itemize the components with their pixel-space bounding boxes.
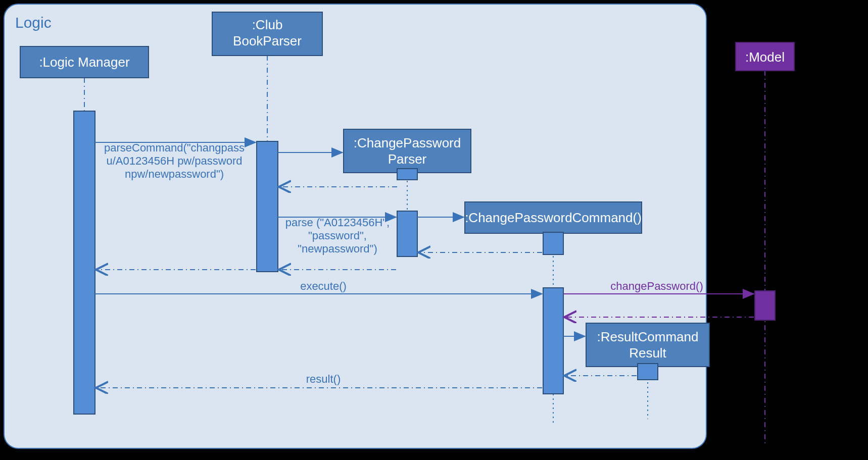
participant-change-password-command-label: :ChangePasswordCommand() <box>465 210 642 225</box>
msg-parse-label-2: "password", <box>308 229 367 242</box>
activation-model <box>755 291 775 320</box>
msg-parse-command-label-1: parseCommand("changpass <box>104 141 245 154</box>
participant-change-password-parser-label-1: :ChangePassword <box>354 135 461 150</box>
msg-execute-label: execute() <box>300 280 347 292</box>
participant-club-book-parser-label-2: BookParser <box>233 33 302 48</box>
participant-model-label: :Model <box>745 49 785 65</box>
participant-result-command-label-2: Result <box>629 345 666 361</box>
participant-change-password-parser-label-2: Parser <box>388 151 427 167</box>
activation-change-password-parser-small <box>397 169 417 180</box>
msg-result-label: result() <box>306 373 341 385</box>
participant-club-book-parser-label-1: :Club <box>252 17 283 32</box>
activation-result-command <box>638 364 658 380</box>
activation-change-password-command-small <box>543 232 563 254</box>
activation-change-password-command <box>543 288 563 394</box>
participant-logic-manager-label: :Logic Manager <box>39 55 130 70</box>
msg-parse-command-label-3: npw/newpassword") <box>125 168 224 180</box>
msg-parse-label-3: "newpassword") <box>298 242 377 255</box>
participant-result-command-label-1: :ResultCommand <box>597 329 699 344</box>
activation-logic-manager <box>74 111 95 414</box>
msg-parse-label-1: parse ("A0123456H", <box>285 216 390 229</box>
frame-label: Logic <box>15 14 52 31</box>
msg-change-password-label: changePassword() <box>610 280 703 292</box>
activation-club-book-parser <box>257 141 278 272</box>
activation-change-password-parser <box>397 211 417 257</box>
msg-parse-command-label-2: u/A0123456H pw/password <box>106 155 242 167</box>
